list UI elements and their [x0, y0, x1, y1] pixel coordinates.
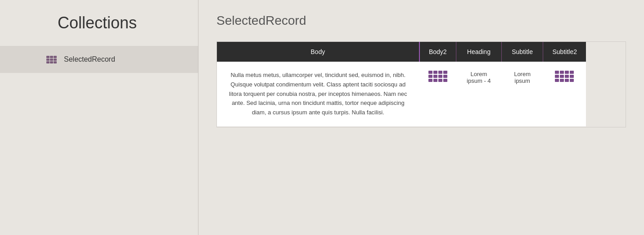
column-header-subtitle2: Subtitle2 [543, 42, 586, 62]
column-header-body2: Body2 [419, 42, 456, 62]
data-table-wrapper: Body Body2 Heading Subtitle Subtitle2 Nu… [216, 41, 626, 127]
cell-body2 [419, 62, 456, 127]
main-content: SelectedRecord Body Body2 Heading Subtit… [198, 0, 644, 235]
cell-subtitle: Lorem ipsum [501, 62, 543, 127]
body2-grid-icon [428, 71, 447, 82]
cell-subtitle2 [543, 62, 586, 127]
grid-icon [45, 53, 58, 66]
column-header-body: Body [217, 42, 419, 62]
column-header-heading: Heading [456, 42, 502, 62]
sidebar-item-selected-record[interactable]: SelectedRecord [0, 46, 198, 73]
column-header-subtitle: Subtitle [501, 42, 543, 62]
sidebar: Collections SelectedRecord [0, 0, 198, 235]
page-title: Collections [0, 14, 198, 46]
collection-title: SelectedRecord [216, 14, 626, 28]
sidebar-item-label: SelectedRecord [64, 55, 115, 63]
data-table: Body Body2 Heading Subtitle Subtitle2 Nu… [217, 42, 586, 127]
subtitle2-grid-icon [555, 71, 574, 82]
cell-body: Nulla metus metus, ullamcorper vel, tinc… [217, 62, 419, 127]
table-header-row: Body Body2 Heading Subtitle Subtitle2 [217, 42, 586, 62]
table-row: Nulla metus metus, ullamcorper vel, tinc… [217, 62, 586, 127]
cell-heading: Lorem ipsum - 4 [456, 62, 502, 127]
